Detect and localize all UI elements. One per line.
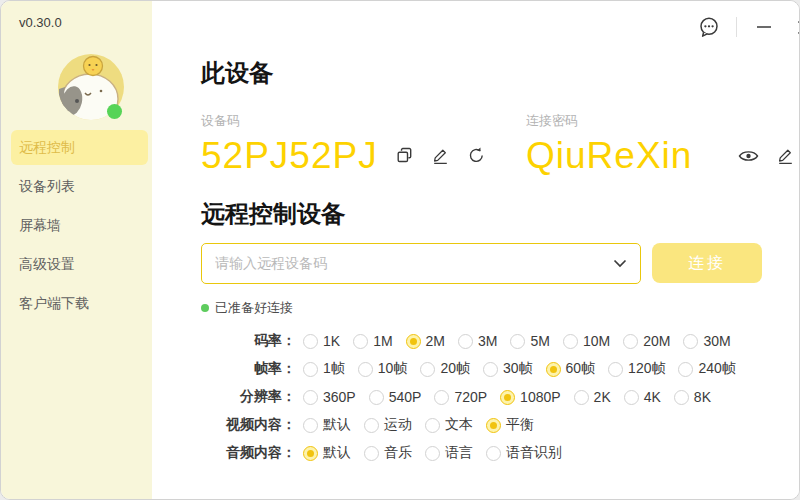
radio-option-label: 文本 xyxy=(445,416,473,434)
sidebar-item-3[interactable]: 高级设置 xyxy=(11,247,148,282)
radio-circle-icon xyxy=(303,362,318,377)
version-label: v0.30.0 xyxy=(19,15,62,30)
radio-option-label: 音乐 xyxy=(384,444,412,462)
radio-option-label: 720P xyxy=(454,389,487,405)
radio-option-label: 语音识别 xyxy=(506,444,562,462)
radio-option[interactable]: 10M xyxy=(563,333,610,349)
radio-option[interactable]: 5M xyxy=(510,333,549,349)
eye-icon[interactable] xyxy=(738,148,759,164)
radio-option[interactable]: 1帧 xyxy=(303,360,345,378)
radio-option[interactable]: 30帧 xyxy=(483,360,533,378)
radio-option[interactable]: 默认 xyxy=(303,444,351,462)
feedback-chat-icon[interactable] xyxy=(696,14,722,40)
radio-option[interactable]: 语言 xyxy=(425,444,473,462)
radio-option[interactable]: 2M xyxy=(406,333,445,349)
radio-circle-icon xyxy=(486,446,501,461)
setting-row-4: 音频内容：默认音乐语言语音识别 xyxy=(201,445,795,462)
radio-circle-icon xyxy=(364,446,379,461)
minimize-icon[interactable] xyxy=(751,14,777,40)
radio-option-label: 30帧 xyxy=(503,360,533,378)
edit-password-icon[interactable] xyxy=(776,146,795,165)
radio-option[interactable]: 720P xyxy=(434,389,487,405)
sidebar-item-4[interactable]: 客户端下载 xyxy=(11,286,148,321)
radio-circle-icon xyxy=(563,334,578,349)
device-code-value: 52PJ52PJ xyxy=(201,135,378,177)
radio-circle-icon xyxy=(546,362,561,377)
remote-device-code-input[interactable] xyxy=(201,243,641,284)
status-row: 已准备好连接 xyxy=(201,299,795,317)
radio-option[interactable]: 20帧 xyxy=(420,360,470,378)
radio-circle-icon xyxy=(303,446,318,461)
radio-option-label: 60帧 xyxy=(566,360,596,378)
online-status-dot xyxy=(107,104,122,119)
radio-circle-icon xyxy=(425,446,440,461)
radio-option-label: 1K xyxy=(323,333,340,349)
radio-option-label: 5M xyxy=(530,333,549,349)
radio-circle-icon xyxy=(674,390,689,405)
sidebar-item-2[interactable]: 屏幕墙 xyxy=(11,208,148,243)
radio-option[interactable]: 语音识别 xyxy=(486,444,562,462)
radio-option[interactable]: 360P xyxy=(303,389,356,405)
radio-circle-icon xyxy=(678,362,693,377)
copy-icon[interactable] xyxy=(395,146,414,165)
setting-row-label: 帧率： xyxy=(201,360,296,378)
sidebar-item-0[interactable]: 远程控制 xyxy=(11,130,148,165)
radio-option[interactable]: 120帧 xyxy=(608,360,665,378)
radio-circle-icon xyxy=(623,334,638,349)
radio-group: 1K1M2M3M5M10M20M30M xyxy=(303,333,744,349)
radio-option[interactable]: 60帧 xyxy=(546,360,596,378)
radio-option-label: 10帧 xyxy=(378,360,408,378)
connect-button[interactable]: 连接 xyxy=(652,243,762,283)
radio-option[interactable]: 20M xyxy=(623,333,670,349)
radio-circle-icon xyxy=(486,418,501,433)
setting-row-label: 音频内容： xyxy=(201,444,296,462)
radio-option[interactable]: 4K xyxy=(624,389,661,405)
radio-option-label: 10M xyxy=(583,333,610,349)
ready-status-text: 已准备好连接 xyxy=(215,299,293,317)
radio-option[interactable]: 10帧 xyxy=(358,360,408,378)
radio-option[interactable]: 30M xyxy=(683,333,730,349)
radio-option-label: 30M xyxy=(703,333,730,349)
radio-circle-icon xyxy=(353,334,368,349)
radio-option[interactable]: 3M xyxy=(458,333,497,349)
radio-option-label: 运动 xyxy=(384,416,412,434)
remote-control-title: 远程控制设备 xyxy=(201,200,795,229)
setting-row-label: 码率： xyxy=(201,332,296,350)
radio-option-label: 1帧 xyxy=(323,360,345,378)
radio-option[interactable]: 1M xyxy=(353,333,392,349)
radio-option[interactable]: 默认 xyxy=(303,416,351,434)
radio-option[interactable]: 540P xyxy=(369,389,422,405)
edit-device-code-icon[interactable] xyxy=(431,146,450,165)
sidebar-item-1[interactable]: 设备列表 xyxy=(11,169,148,204)
avatar[interactable] xyxy=(57,53,125,121)
setting-row-0: 码率：1K1M2M3M5M10M20M30M xyxy=(201,333,795,350)
radio-option[interactable]: 240帧 xyxy=(678,360,735,378)
radio-option[interactable]: 2K xyxy=(574,389,611,405)
ready-status-dot xyxy=(201,304,209,312)
radio-circle-icon xyxy=(425,418,440,433)
radio-option[interactable]: 1K xyxy=(303,333,340,349)
radio-option-label: 4K xyxy=(644,389,661,405)
radio-circle-icon xyxy=(510,334,525,349)
refresh-icon[interactable] xyxy=(467,146,486,165)
app-window: v0.30.0 远程控制设备列表屏幕墙高级设置客户 xyxy=(0,0,800,500)
radio-circle-icon xyxy=(369,390,384,405)
radio-option-label: 1080P xyxy=(520,389,560,405)
main-panel: 此设备 设备码 52PJ52PJ xyxy=(152,1,800,499)
radio-option[interactable]: 8K xyxy=(674,389,711,405)
radio-option-label: 默认 xyxy=(323,444,351,462)
radio-circle-icon xyxy=(500,390,515,405)
radio-option[interactable]: 1080P xyxy=(500,389,560,405)
radio-circle-icon xyxy=(420,362,435,377)
radio-option[interactable]: 音乐 xyxy=(364,444,412,462)
radio-option-label: 360P xyxy=(323,389,356,405)
radio-option[interactable]: 平衡 xyxy=(486,416,534,434)
radio-circle-icon xyxy=(624,390,639,405)
radio-option[interactable]: 运动 xyxy=(364,416,412,434)
radio-option-label: 2K xyxy=(594,389,611,405)
radio-option-label: 语言 xyxy=(445,444,473,462)
close-icon[interactable] xyxy=(791,14,800,40)
radio-option[interactable]: 文本 xyxy=(425,416,473,434)
radio-option-label: 120帧 xyxy=(628,360,665,378)
page-title: 此设备 xyxy=(201,59,795,88)
